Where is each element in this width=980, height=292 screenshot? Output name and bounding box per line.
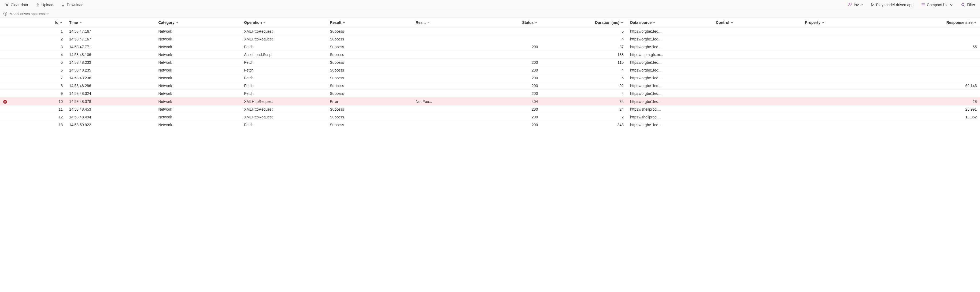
table-row[interactable]: 314:58:47.771NetworkFetchSuccess20087htt…	[0, 43, 980, 51]
cell-control	[713, 43, 802, 51]
col-header-result[interactable]: Result	[326, 18, 412, 28]
cell-responsesize	[891, 74, 980, 82]
cell-time: 14:58:48.494	[66, 113, 155, 121]
cell-category: Network	[155, 90, 241, 97]
table-row[interactable]: 114:58:47.167NetworkXMLHttpRequestSucces…	[0, 28, 980, 35]
col-header-datasource-label: Data source	[630, 21, 652, 25]
download-button[interactable]: Download	[59, 2, 85, 8]
cell-status	[462, 28, 541, 35]
toolbar-right: Invite Play model-driven app Compact lis…	[846, 2, 977, 8]
cell-datasource: https://orgbe1fed...	[627, 121, 713, 129]
cell-time: 14:58:48.106	[66, 51, 155, 59]
col-header-responsesize[interactable]: Response size	[891, 18, 980, 28]
col-header-id-label: Id	[55, 21, 59, 25]
cell-resreason	[412, 43, 462, 51]
table-row[interactable]: 214:58:47.167NetworkXMLHttpRequestSucces…	[0, 35, 980, 43]
cell-operation: Fetch	[241, 74, 326, 82]
cell-datasource: https://orgbe1fed...	[627, 28, 713, 35]
cell-property	[802, 67, 891, 74]
table-row[interactable]: 514:58:48.233NetworkFetchSuccess200115ht…	[0, 59, 980, 67]
table-row[interactable]: 814:58:48.296NetworkFetchSuccess20092htt…	[0, 82, 980, 90]
table-row[interactable]: 714:58:48.236NetworkFetchSuccess2005http…	[0, 74, 980, 82]
cell-resreason	[412, 51, 462, 59]
invite-button[interactable]: Invite	[846, 2, 864, 8]
table-row[interactable]: 414:58:48.106NetworkAssetLoad.ScriptSucc…	[0, 51, 980, 59]
cell-operation: XMLHttpRequest	[241, 97, 326, 106]
cell-property	[802, 74, 891, 82]
cell-status: 200	[462, 59, 541, 67]
col-header-datasource[interactable]: Data source	[627, 18, 713, 28]
download-label: Download	[67, 3, 83, 7]
cell-id: 5	[26, 59, 66, 67]
cell-property	[802, 113, 891, 121]
col-header-operation[interactable]: Operation	[241, 18, 326, 28]
filter-button[interactable]: Filter	[959, 2, 977, 8]
svg-point-3	[5, 13, 6, 13]
col-header-duration[interactable]: Duration (ms)	[541, 18, 627, 28]
col-header-control[interactable]: Control	[713, 18, 802, 28]
chevron-down-icon	[535, 21, 538, 24]
cell-id: 3	[26, 43, 66, 51]
table-row[interactable]: 914:58:48.324NetworkFetchSuccess2004http…	[0, 90, 980, 97]
cell-control	[713, 97, 802, 106]
col-header-resreason[interactable]: Res...	[412, 18, 462, 28]
cell-property	[802, 43, 891, 51]
cell-duration: 84	[541, 97, 627, 106]
cell-icon	[0, 51, 26, 59]
cell-id: 1	[26, 28, 66, 35]
cell-duration: 4	[541, 35, 627, 43]
col-header-status[interactable]: Status	[462, 18, 541, 28]
table-row[interactable]: 1214:58:48.494NetworkXMLHttpRequestSucce…	[0, 113, 980, 121]
cell-operation: XMLHttpRequest	[241, 106, 326, 113]
cell-time: 14:58:48.233	[66, 59, 155, 67]
cell-datasource: https://orgbe1fed...	[627, 59, 713, 67]
chevron-down-icon	[949, 3, 953, 7]
cell-status: 200	[462, 113, 541, 121]
cell-duration: 4	[541, 67, 627, 74]
cell-status	[462, 51, 541, 59]
cell-id: 13	[26, 121, 66, 129]
cell-control	[713, 113, 802, 121]
chevron-down-icon	[263, 21, 266, 24]
cell-property	[802, 90, 891, 97]
col-header-time[interactable]: Time	[66, 18, 155, 28]
cell-id: 10	[26, 97, 66, 106]
upload-button[interactable]: Upload	[34, 2, 55, 8]
cell-time: 14:58:48.236	[66, 74, 155, 82]
toolbar-left: Clear data Upload Download	[3, 2, 85, 8]
cell-responsesize: 28	[891, 97, 980, 106]
col-header-operation-label: Operation	[244, 21, 262, 25]
cell-icon	[0, 106, 26, 113]
filter-label: Filter	[967, 3, 975, 7]
table-row[interactable]: 1114:58:48.453NetworkXMLHttpRequestSucce…	[0, 106, 980, 113]
cell-resreason	[412, 74, 462, 82]
cell-status	[462, 35, 541, 43]
compact-list-button[interactable]: Compact list	[920, 2, 955, 8]
clear-data-label: Clear data	[11, 3, 28, 7]
chevron-down-icon	[59, 21, 63, 24]
cell-datasource: https://orgbe1fed...	[627, 67, 713, 74]
table-row[interactable]: 1314:58:50.922NetworkFetchSuccess200348h…	[0, 121, 980, 129]
col-header-duration-label: Duration (ms)	[595, 21, 619, 25]
cell-responsesize: 13,352	[891, 113, 980, 121]
cell-operation: Fetch	[241, 67, 326, 74]
col-header-property[interactable]: Property	[802, 18, 891, 28]
table-row[interactable]: 614:58:48.235NetworkFetchSuccess2004http…	[0, 67, 980, 74]
data-table: Id Time Category Operation Result Res...…	[0, 18, 980, 129]
cell-result: Success	[326, 67, 412, 74]
play-button[interactable]: Play model-driven app	[869, 2, 915, 8]
cell-property	[802, 106, 891, 113]
chevron-down-icon	[620, 21, 624, 24]
table-row[interactable]: ✕1014:58:48.378NetworkXMLHttpRequestErro…	[0, 97, 980, 106]
cell-datasource: https://orgbe1fed...	[627, 74, 713, 82]
col-header-id[interactable]: Id	[26, 18, 66, 28]
cell-duration: 87	[541, 43, 627, 51]
clear-data-button[interactable]: Clear data	[3, 2, 30, 8]
cell-time: 14:58:48.453	[66, 106, 155, 113]
cell-category: Network	[155, 35, 241, 43]
cell-status: 200	[462, 43, 541, 51]
cell-datasource: https://orgbe1fed...	[627, 82, 713, 90]
col-header-category[interactable]: Category	[155, 18, 241, 28]
cell-duration: 348	[541, 121, 627, 129]
cell-category: Network	[155, 106, 241, 113]
